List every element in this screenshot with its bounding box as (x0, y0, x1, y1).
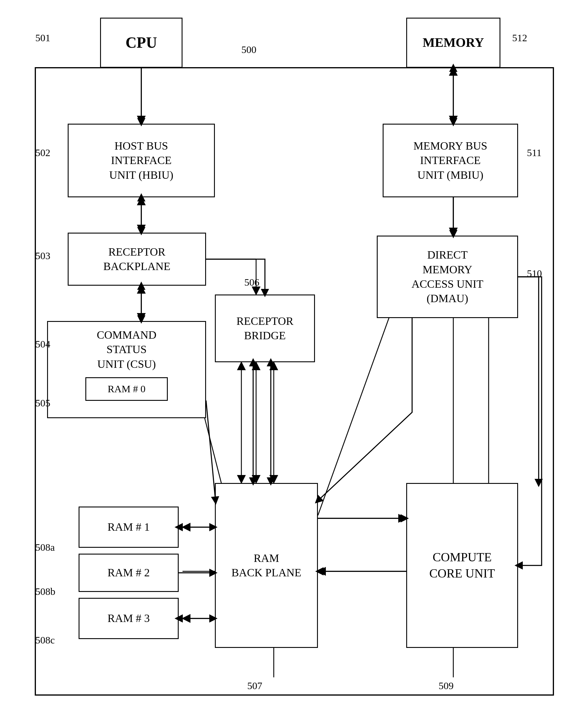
label-507: 507 (247, 680, 262, 692)
receptor-backplane-box: RECEPTORBACKPLANE (68, 233, 206, 286)
ram2-label: RAM # 2 (107, 566, 150, 580)
ram1-box: RAM # 1 (79, 506, 179, 548)
memory-label: MEMORY (423, 34, 484, 51)
ram3-box: RAM # 3 (79, 598, 179, 639)
diagram-container: CPU 501 500 MEMORY 512 HOST BUSINTERFACE… (0, 0, 579, 728)
label-502: 502 (35, 147, 50, 158)
dmau-label: DIRECTMEMORYACCESS UNIT(DMAU) (412, 248, 483, 306)
ram0-box: RAM # 0 (85, 377, 168, 401)
compute-core-label: COMPUTECORE UNIT (430, 549, 495, 581)
compute-core-box: COMPUTECORE UNIT (406, 483, 518, 648)
label-508c: 508c (35, 635, 55, 646)
memory-box: MEMORY (406, 18, 500, 68)
hbiu-label: HOST BUSINTERFACEUNIT (HBIU) (109, 139, 173, 182)
hbiu-box: HOST BUSINTERFACEUNIT (HBIU) (68, 124, 215, 197)
label-506: 506 (244, 277, 259, 288)
label-509: 509 (439, 680, 453, 692)
label-510: 510 (527, 268, 542, 279)
ram0-label: RAM # 0 (108, 383, 145, 395)
label-501: 501 (35, 32, 50, 44)
receptor-bridge-label: RECEPTORBRIDGE (237, 314, 294, 343)
receptor-backplane-label: RECEPTORBACKPLANE (103, 245, 170, 274)
label-508b: 508b (35, 586, 55, 597)
dmau-box: DIRECTMEMORYACCESS UNIT(DMAU) (377, 236, 518, 318)
ram1-label: RAM # 1 (107, 520, 150, 534)
label-512: 512 (512, 32, 527, 44)
label-504: 504 (35, 339, 50, 350)
ram2-box: RAM # 2 (79, 554, 179, 592)
svg-line-39 (206, 400, 216, 501)
cpu-box: CPU (100, 18, 183, 68)
mbiu-label: MEMORY BUSINTERFACEUNIT (MBIU) (414, 139, 488, 182)
receptor-bridge-box: RECEPTORBRIDGE (215, 294, 315, 362)
ram-back-plane-box: RAMBACK PLANE (215, 483, 318, 648)
csu-label: COMMANDSTATUSUNIT (CSU) (97, 328, 157, 371)
label-503: 503 (35, 250, 50, 261)
ram-back-plane-label: RAMBACK PLANE (231, 551, 301, 580)
mbiu-box: MEMORY BUSINTERFACEUNIT (MBIU) (383, 124, 518, 197)
label-511: 511 (527, 147, 542, 158)
label-505: 505 (35, 397, 50, 409)
svg-line-16 (318, 294, 397, 515)
csu-box: COMMANDSTATUSUNIT (CSU) RAM # 0 (47, 321, 206, 418)
label-500: 500 (241, 44, 256, 55)
ram3-label: RAM # 3 (107, 611, 150, 625)
cpu-label: CPU (126, 33, 157, 53)
label-508a: 508a (35, 542, 55, 553)
